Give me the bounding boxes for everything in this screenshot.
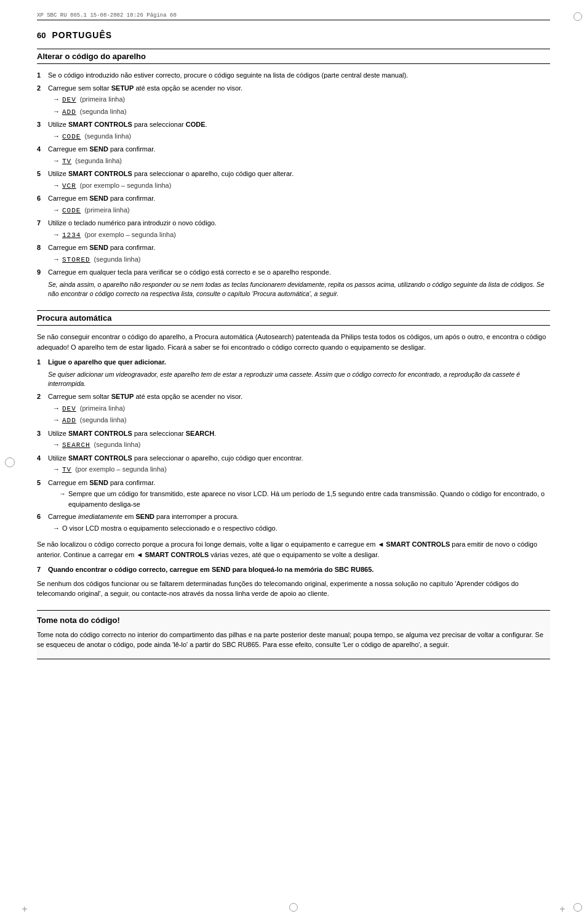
s2-item6-text: Carregue imediatamente em SEND para inte…	[48, 513, 239, 520]
section1-title: Alterar o código do aparelho	[37, 49, 550, 64]
arrow-icon: →	[53, 106, 60, 117]
item2-content: Carregue sem soltar SETUP até esta opção…	[48, 83, 550, 118]
section-alterar: Alterar o código do aparelho 1 Se o códi…	[37, 49, 550, 299]
code-stored: STORED	[62, 255, 90, 265]
reg-mark-bottom-right	[573, 903, 582, 912]
reg-mark-top-right	[573, 12, 582, 21]
list-item-5: 5 Utilize SMART CONTROLS para selecciona…	[37, 169, 550, 191]
item7-arrow1: → 1234 (por exemplo – segunda linha)	[53, 230, 550, 241]
s2-code-tv: TV	[62, 465, 71, 475]
s2-item6-number: 6	[37, 512, 48, 522]
list-item-4: 4 Carregue em SEND para confirmar. → TV …	[37, 144, 550, 166]
item3-text: Utilize SMART CONTROLS para seleccionar …	[48, 121, 207, 128]
item5-number: 5	[37, 169, 48, 179]
s2-label-primeira: (primeira linha)	[80, 403, 125, 414]
s2-item5-number: 5	[37, 478, 48, 488]
s2-code-dev: DEV	[62, 404, 76, 414]
item4-content: Carregue em SEND para confirmar. → TV (s…	[48, 144, 550, 166]
item1-content: Se o código introduzido não estiver corr…	[48, 70, 550, 81]
section3-title: Tome nota do código!	[37, 616, 550, 627]
code-code2: CODE	[62, 206, 81, 216]
s2-item2-content: Carregue sem soltar SETUP até esta opção…	[48, 392, 550, 426]
item3-number: 3	[37, 119, 48, 130]
item6-content: Carregue em SEND para confirmar. → CODE …	[48, 193, 550, 215]
s2-item-5: 5 Carregue em SEND para confirmar. → Sem…	[37, 478, 550, 510]
list-item-1: 1 Se o código introduzido não estiver co…	[37, 70, 550, 81]
arrow-icon: →	[53, 523, 60, 534]
s2-item3-arrow1: → SEARCH (segunda linha)	[53, 440, 550, 451]
item9-text: Carregue em qualquer tecla para verifica…	[48, 268, 331, 276]
section2-list: 1 Ligue o aparelho que quer adicionar. S…	[37, 357, 550, 533]
s2-item7-content: Quando encontrar o código correcto, carr…	[48, 564, 550, 575]
s2-item-2: 2 Carregue sem soltar SETUP até esta opç…	[37, 392, 550, 426]
arrow-icon: →	[53, 131, 60, 142]
s2-item2-arrow1: → DEV (primeira linha)	[53, 403, 550, 414]
section3-text: Tome nota do código correcto no interior…	[37, 630, 550, 650]
s2-item1-number: 1	[37, 357, 48, 368]
item2-arrow2: → ADD (segunda linha)	[53, 106, 550, 118]
s2-item6-arrow-text: O visor LCD mostra o equipamento selecci…	[62, 523, 278, 534]
code-vcr: VCR	[62, 181, 76, 191]
top-divider	[37, 20, 550, 20]
s2-label-exemplo: (por exemplo – segunda linha)	[75, 464, 167, 475]
section-tome-nota: Tome nota do código! Tome nota do código…	[37, 610, 550, 659]
list-item-9: 9 Carregue em qualquer tecla para verifi…	[37, 267, 550, 299]
section-procura: Procura automática Se não conseguir enco…	[37, 310, 550, 599]
item9-content: Carregue em qualquer tecla para verifica…	[48, 267, 550, 299]
s2-item6-content: Carregue imediatamente em SEND para inte…	[48, 512, 550, 533]
label-segunda4: (segunda linha)	[94, 254, 141, 265]
s2-item1-italic: Se quiser adicionar um videogravador, es…	[48, 370, 550, 390]
s2-item6-arrow1: → O visor LCD mostra o equipamento selec…	[53, 523, 550, 534]
s2-item2-text: Carregue sem soltar SETUP até esta opção…	[48, 393, 242, 400]
code-add: ADD	[62, 107, 76, 118]
label-primeira2: (primeira linha)	[84, 205, 129, 215]
arrow-icon: →	[59, 489, 66, 499]
s2-item5-content: Carregue em SEND para confirmar. → Sempr…	[48, 478, 550, 510]
item6-number: 6	[37, 193, 48, 204]
item4-arrow1: → TV (segunda linha)	[53, 156, 550, 167]
item5-content: Utilize SMART CONTROLS para seleccionar …	[48, 169, 550, 191]
list-item-8: 8 Carregue em SEND para confirmar. → STO…	[37, 243, 550, 265]
code-dev: DEV	[62, 95, 76, 105]
s2-item2-number: 2	[37, 392, 48, 402]
item7-text: Utilize o teclado numérico para introduz…	[48, 219, 217, 227]
s2-code-add: ADD	[62, 416, 76, 426]
s2-item1-text: Ligue o aparelho que quer adicionar.	[48, 358, 166, 366]
s2-item3-content: Utilize SMART CONTROLS para seleccionar …	[48, 428, 550, 451]
s2-item5-subarrow: → Sempre que um código for transmitido, …	[59, 489, 550, 509]
list-item-3: 3 Utilize SMART CONTROLS para selecciona…	[37, 119, 550, 142]
item3-arrow1: → CODE (segunda linha)	[53, 131, 550, 142]
s2-item5-sub-text: Sempre que um código for transmitido, es…	[68, 489, 550, 509]
section2-item7-list: 7 Quando encontrar o código correcto, ca…	[37, 564, 550, 575]
s2-item4-text: Utilize SMART CONTROLS para seleccionar …	[48, 454, 303, 462]
label-exemplo1: (por exemplo – segunda linha)	[80, 180, 172, 191]
item8-arrow1: → STORED (segunda linha)	[53, 254, 550, 265]
item8-number: 8	[37, 243, 48, 253]
item8-text: Carregue em SEND para confirmar.	[48, 244, 155, 251]
label-exemplo2: (por exemplo – segunda linha)	[84, 230, 176, 240]
list-item-7: 7 Utilize o teclado numérico para introd…	[37, 218, 550, 240]
page: XP SBC RU 865.1 15-08-2002 10:26 Página …	[0, 0, 587, 924]
code-tv: TV	[62, 156, 71, 167]
arrow-icon: →	[53, 230, 60, 240]
item4-number: 4	[37, 144, 48, 155]
s2-item-4: 4 Utilize SMART CONTROLS para selecciona…	[37, 453, 550, 475]
arrow-icon: →	[53, 156, 60, 166]
label-primeira: (primeira linha)	[80, 94, 125, 105]
item2-text: Carregue sem soltar SETUP até esta opção…	[48, 84, 242, 92]
item5-text: Utilize SMART CONTROLS para seleccionar …	[48, 170, 294, 177]
section2-final-text: Se nenhum dos códigos funcionar ou se fa…	[37, 579, 550, 599]
s2-item7-text: Quando encontrar o código correcto, carr…	[48, 566, 373, 573]
item8-content: Carregue em SEND para confirmar. → STORE…	[48, 243, 550, 265]
s2-item5-text: Carregue em SEND para confirmar.	[48, 479, 155, 486]
code-code: CODE	[62, 132, 81, 142]
s2-item4-content: Utilize SMART CONTROLS para seleccionar …	[48, 453, 550, 475]
s2-item4-number: 4	[37, 453, 48, 464]
item9-number: 9	[37, 267, 48, 278]
section2-title: Procura automática	[37, 310, 550, 326]
s2-item4-arrow1: → TV (por exemplo – segunda linha)	[53, 464, 550, 475]
arrow-icon: →	[53, 415, 60, 425]
s2-label-segunda2: (segunda linha)	[94, 440, 141, 450]
arrow-icon: →	[53, 205, 60, 215]
s2-item2-arrow2: → ADD (segunda linha)	[53, 415, 550, 426]
